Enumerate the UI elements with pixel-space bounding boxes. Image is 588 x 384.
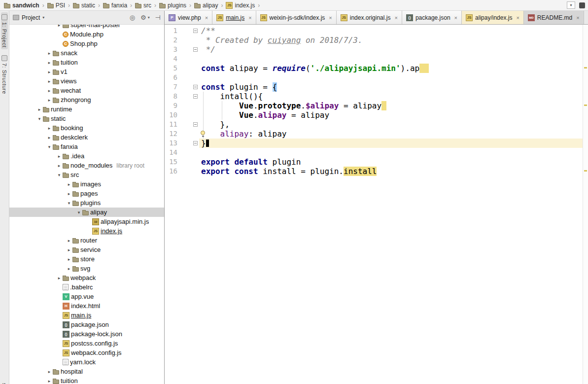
tab-alipay/index.js[interactable]: alipay/index.js×	[462, 11, 524, 24]
fold-marker[interactable]	[191, 139, 199, 148]
code-line-14[interactable]: 14	[165, 148, 588, 157]
tab-close-icon[interactable]: ×	[394, 15, 397, 21]
code-line-8[interactable]: 8 intall(){	[165, 92, 588, 101]
breadcrumb-item-alipay[interactable]: alipay	[193, 2, 219, 9]
tree-item-tuition[interactable]: ▸tuition	[9, 58, 164, 67]
breadcrumb-item-plugins[interactable]: plugins	[158, 2, 187, 9]
tree-item-alipayjsapi.min.js[interactable]: alipayjsapi.min.js	[9, 217, 164, 226]
tree-item-yarn.lock[interactable]: yarn.lock	[9, 357, 164, 367]
tab-weixin-js-sdk/index.js[interactable]: weixin-js-sdk/index.js×	[256, 11, 337, 24]
tree-arrow-closed-icon[interactable]: ▸	[46, 369, 53, 374]
tree-item-alipay[interactable]: ▾alipay	[9, 208, 164, 217]
code-line-7[interactable]: 7const plugin = {	[165, 82, 588, 92]
tool-button-1: Project[interactable]: 1: Project	[1, 12, 8, 49]
tree-item-booking[interactable]: ▸booking	[9, 123, 164, 133]
code-line-2[interactable]: 2 * Created by cuiyang on 2018/7/3.	[165, 35, 588, 45]
chevron-down-icon[interactable]: ▾	[148, 15, 150, 20]
tree-item-node_modules[interactable]: ▸node_moduleslibrary root	[9, 161, 164, 170]
chevron-down-icon[interactable]: ▾	[42, 15, 44, 20]
tree-arrow-closed-icon[interactable]: ▸	[56, 25, 63, 28]
code-line-13[interactable]: 13}	[165, 139, 588, 148]
code-line-9[interactable]: 9 Vue.prototype.$alipay = alipay	[165, 101, 588, 110]
tab-README.md[interactable]: README.md×	[524, 11, 584, 24]
tree-arrow-closed-icon[interactable]: ▸	[46, 51, 53, 56]
tree-item-store[interactable]: ▸store	[9, 254, 164, 264]
tree-item-fanxia[interactable]: ▾fanxia	[9, 142, 164, 151]
tree-item-service[interactable]: ▸service	[9, 245, 164, 254]
tree-item-static[interactable]: ▾static	[9, 114, 164, 123]
tree-item-tuition[interactable]: ▸tuition	[9, 376, 164, 384]
tree-item-webpack.config.js[interactable]: webpack.config.js	[9, 348, 164, 357]
tree-arrow-closed-icon[interactable]: ▸	[46, 98, 53, 103]
breadcrumb-item-PSI[interactable]: PSI	[46, 2, 66, 9]
project-panel-title[interactable]: Project	[22, 14, 40, 21]
tree-arrow-closed-icon[interactable]: ▸	[66, 238, 72, 243]
tree-item-.babelrc[interactable]: .babelrc	[9, 282, 164, 292]
tab-package.json[interactable]: package.json×	[402, 11, 462, 24]
tree-item-package.json[interactable]: package.json	[9, 320, 164, 329]
code-line-1[interactable]: 1/**	[165, 26, 588, 35]
tab-close-icon[interactable]: ×	[516, 15, 519, 21]
tree-item-.idea[interactable]: ▸.idea	[9, 151, 164, 161]
tree-item-Module.php[interactable]: Module.php	[9, 30, 164, 39]
tree-item-postcss.config.js[interactable]: postcss.config.js	[9, 339, 164, 348]
breadcrumb-item-index.js[interactable]: index.js	[225, 2, 256, 9]
code-line-11[interactable]: 11 },	[165, 120, 588, 129]
tree-item-views[interactable]: ▸views	[9, 76, 164, 86]
tree-item-src[interactable]: ▾src	[9, 170, 164, 179]
tree-item-svg[interactable]: ▸svg	[9, 264, 164, 273]
tree-arrow-closed-icon[interactable]: ▸	[66, 182, 72, 187]
tree-arrow-closed-icon[interactable]: ▸	[66, 257, 72, 262]
code-line-6[interactable]: 6	[165, 73, 588, 82]
fold-marker[interactable]	[191, 45, 199, 54]
tree-arrow-closed-icon[interactable]: ▸	[46, 126, 53, 131]
tab-index.original.js[interactable]: index.original.js×	[337, 11, 402, 24]
editor-body[interactable]: 1/**2 * Created by cuiyang on 2018/7/3.3…	[165, 25, 588, 384]
code-line-15[interactable]: 15export default plugin	[165, 157, 588, 167]
code-line-10[interactable]: 10 Vue.alipay = alipay	[165, 110, 588, 120]
tree-arrow-closed-icon[interactable]: ▸	[66, 247, 72, 252]
code-line-3[interactable]: 3 */	[165, 45, 588, 54]
locate-file-icon[interactable]: ◎	[130, 14, 135, 21]
tab-close-icon[interactable]: ×	[248, 15, 251, 21]
dark-square-icon[interactable]	[579, 2, 585, 8]
code-line-4[interactable]: 4	[165, 54, 588, 64]
code-line-5[interactable]: 5const alipay = require('./alipayjsapi.m…	[165, 64, 588, 73]
hide-panel-icon[interactable]: ⊣	[155, 14, 161, 21]
tab-close-icon[interactable]: ×	[205, 15, 208, 21]
tree-item-images[interactable]: ▸images	[9, 179, 164, 189]
tree-arrow-closed-icon[interactable]: ▸	[46, 79, 53, 84]
tree-item-snack[interactable]: ▸snack	[9, 48, 164, 58]
intention-bulb-icon[interactable]	[201, 131, 205, 135]
code-line-12[interactable]: 12 alipay: alipay	[165, 129, 588, 139]
tree-item-package-lock.json[interactable]: package-lock.json	[9, 329, 164, 339]
tree-item-wechat[interactable]: ▸wechat	[9, 86, 164, 95]
breadcrumb-item-src[interactable]: src	[134, 2, 152, 9]
breadcrumb-item-fanxia[interactable]: fanxia	[102, 2, 128, 9]
tree-item-Shop.php[interactable]: Shop.php	[9, 39, 164, 48]
tree-item-v1[interactable]: ▸v1	[9, 67, 164, 76]
tree-item-index.html[interactable]: index.html	[9, 301, 164, 311]
tree-item-pages[interactable]: ▸pages	[9, 189, 164, 198]
tree-arrow-open-icon[interactable]: ▾	[56, 173, 63, 177]
tree-item-index.js[interactable]: index.js	[9, 226, 164, 236]
warning-stripe-mark[interactable]	[584, 67, 587, 69]
warning-stripe-mark[interactable]	[584, 105, 587, 106]
tree-arrow-closed-icon[interactable]: ▸	[46, 88, 53, 93]
gear-icon[interactable]: ⚙	[140, 14, 146, 21]
code-line-16[interactable]: 16export const install = plugin.install	[165, 167, 588, 176]
tree-arrow-closed-icon[interactable]: ▸	[56, 154, 63, 159]
tab-close-icon[interactable]: ×	[454, 15, 457, 21]
tree-arrow-closed-icon[interactable]: ▸	[36, 107, 43, 112]
tab-close-icon[interactable]: ×	[329, 15, 332, 21]
tree-item-zhongrong[interactable]: ▸zhongrong	[9, 95, 164, 105]
tree-arrow-open-icon[interactable]: ▾	[46, 144, 53, 149]
tree-item-super-mail-poster[interactable]: ▸super-mail-poster	[9, 25, 164, 30]
breadcrumb-dropdown-button[interactable]: ▾	[567, 1, 575, 9]
tree-item-runtime[interactable]: ▸runtime	[9, 105, 164, 114]
tool-button-s[interactable]: s	[1, 381, 8, 384]
tree-arrow-closed-icon[interactable]: ▸	[46, 70, 53, 74]
tree-item-deskclerk[interactable]: ▸deskclerk	[9, 133, 164, 142]
tab-main.js[interactable]: main.js×	[212, 11, 256, 24]
tree-arrow-closed-icon[interactable]: ▸	[56, 276, 63, 280]
